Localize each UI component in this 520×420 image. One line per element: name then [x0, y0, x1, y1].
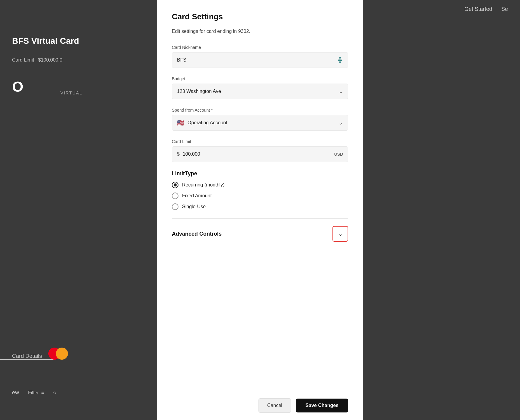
radio-recurring-monthly[interactable]: Recurring (monthly) [172, 182, 348, 188]
budget-select[interactable]: 123 Washington Ave ⌄ [172, 84, 348, 99]
us-flag-icon: 🇺🇸 [177, 119, 185, 126]
bg-circle-letter: O [0, 78, 35, 95]
advanced-controls-chevron-icon: ⌄ [338, 230, 343, 237]
card-nickname-input[interactable] [177, 57, 337, 63]
radio-single-outer [172, 203, 178, 210]
filter-icon: ≡ [41, 390, 44, 396]
radio-single-label: Single-Use [182, 204, 206, 209]
budget-value: 123 Washington Ave [177, 89, 339, 94]
budget-chevron-icon: ⌄ [339, 88, 343, 95]
currency-label: USD [334, 152, 343, 157]
cancel-button[interactable]: Cancel [258, 398, 291, 413]
currency-symbol: $ [177, 151, 180, 157]
save-changes-button[interactable]: Save Changes [296, 399, 348, 412]
limit-type-title: LimitType [172, 170, 348, 177]
card-limit-label: Card Limit [172, 139, 348, 144]
background-bottom-bar: ew Filter ≡ ○ [0, 383, 69, 402]
search-circle: ○ [53, 390, 56, 396]
radio-recurring-outer [172, 182, 178, 188]
search-label: Se [501, 6, 508, 12]
advanced-controls-title: Advanced Controls [172, 231, 222, 237]
radio-fixed-label: Fixed Amount [182, 193, 212, 199]
limit-type-section: LimitType Recurring (monthly) Fixed Amou… [172, 170, 348, 210]
card-nickname-input-wrapper [172, 52, 348, 68]
view-label: ew [12, 390, 19, 396]
card-limit-label: Card Limit [12, 57, 34, 62]
filter-label: Filter ≡ [28, 390, 44, 396]
background-top-bar: Get Started Se [452, 0, 520, 18]
background-card-details-label: Card Details [0, 353, 54, 360]
radio-fixed-outer [172, 192, 178, 199]
spend-from-account-section: Spend from Account * 🇺🇸 Operating Accoun… [172, 108, 348, 131]
virtual-label: VIRTUAL [60, 91, 82, 95]
get-started-label: Get Started [464, 6, 492, 12]
account-chevron-icon: ⌄ [339, 119, 343, 126]
card-nickname-label: Card Nickname [172, 45, 348, 50]
radio-recurring-inner [174, 183, 177, 186]
svg-rect-0 [339, 58, 341, 61]
radio-single-use[interactable]: Single-Use [172, 203, 348, 210]
microphone-icon [337, 57, 343, 63]
advanced-controls-toggle[interactable]: ⌄ [332, 226, 348, 242]
modal-content: Card Settings Edit settings for card end… [172, 12, 348, 420]
spend-from-account-select[interactable]: 🇺🇸 Operating Account ⌄ [172, 115, 348, 131]
card-nickname-section: Card Nickname [172, 45, 348, 68]
spend-from-account-label: Spend from Account * [172, 108, 348, 113]
modal-footer: Cancel Save Changes [157, 391, 363, 420]
budget-label: Budget [172, 76, 348, 81]
card-limit-input-wrapper: $ USD [172, 146, 348, 162]
background-card-title: BFS Virtual Card [0, 30, 91, 52]
mastercard-orange-circle [56, 348, 68, 360]
mastercard-logo [48, 348, 68, 360]
advanced-controls-section: Advanced Controls ⌄ [172, 219, 348, 249]
budget-section: Budget 123 Washington Ave ⌄ [172, 76, 348, 99]
radio-recurring-label: Recurring (monthly) [182, 182, 224, 188]
spend-from-account-value: Operating Account [188, 120, 339, 126]
modal-title: Card Settings [172, 12, 348, 21]
card-limit-section: Card Limit $ USD [172, 139, 348, 162]
modal-subtitle: Edit settings for card ending in 9302. [172, 29, 348, 34]
background-card-limit: Card Limit $100,000.0 [0, 51, 74, 69]
radio-fixed-amount[interactable]: Fixed Amount [172, 192, 348, 199]
card-limit-input[interactable] [183, 151, 334, 157]
card-limit-value: $100,000.0 [38, 57, 62, 62]
card-settings-modal: Card Settings Edit settings for card end… [157, 0, 363, 420]
